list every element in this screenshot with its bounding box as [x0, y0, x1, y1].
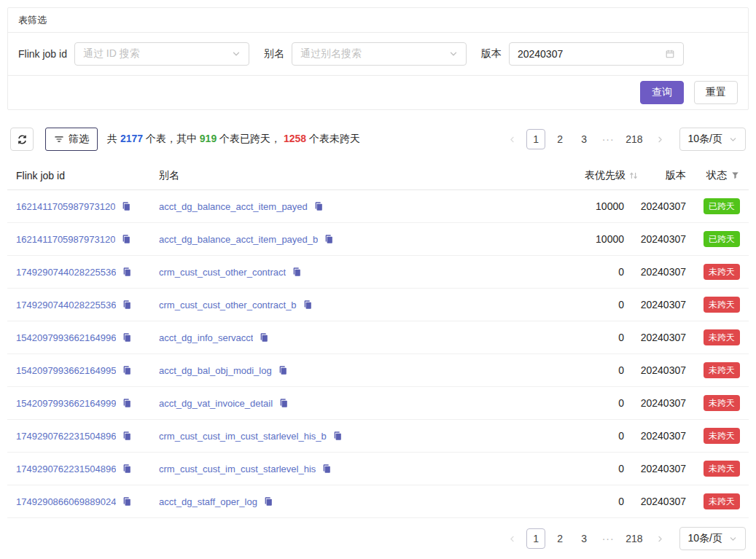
refresh-button[interactable]: [10, 128, 34, 151]
status-badge: 未跨天: [704, 493, 740, 509]
page-button-1[interactable]: 1: [526, 129, 545, 149]
flink-job-id-link[interactable]: 1542097993662164995: [16, 365, 116, 376]
alias-link[interactable]: crm_cust_cust_other_contract_b: [159, 300, 297, 310]
prev-page-button[interactable]: [502, 129, 521, 149]
pagination-ellipsis: ···: [599, 528, 617, 549]
version-label: 版本: [481, 47, 502, 60]
summary-total-count: 2177: [120, 133, 143, 144]
version-date-input[interactable]: 20240307: [509, 42, 684, 66]
header-alias: 别名: [159, 169, 504, 182]
alias-link[interactable]: crm_cust_cust_other_contract: [159, 267, 286, 278]
flink-job-id-link[interactable]: 1621411705987973120: [16, 201, 115, 212]
flink-job-id-link[interactable]: 1749290762231504896: [16, 431, 116, 442]
copy-icon[interactable]: [122, 332, 132, 343]
status-badge: 未跨天: [704, 428, 740, 444]
filter-panel: 表筛选 Flink job id 通过 ID 搜索 别名 通过别名搜索 版本: [7, 7, 749, 110]
prev-page-button[interactable]: [502, 528, 521, 549]
alias-placeholder: 通过别名搜索: [300, 47, 362, 60]
version-value: 20240307: [624, 397, 686, 409]
flink-job-id-placeholder: 通过 ID 搜索: [83, 47, 140, 60]
page-button-3[interactable]: 3: [574, 129, 593, 149]
filter-funnel-icon[interactable]: [730, 171, 740, 180]
copy-icon[interactable]: [303, 300, 313, 310]
chevron-down-icon: [232, 50, 241, 58]
header-priority[interactable]: 表优先级: [504, 169, 624, 182]
filter-panel-header: 表筛选: [8, 8, 748, 33]
priority-value: 10000: [504, 200, 624, 212]
table-row: 1749290744028225536 crm_cust_cust_other_…: [7, 289, 749, 321]
page-size-select[interactable]: 10条/页: [679, 128, 746, 151]
flink-job-id-link[interactable]: 1542097993662164999: [16, 398, 116, 409]
flink-job-id-link[interactable]: 1621411705987973120: [16, 234, 115, 245]
calendar-icon: [665, 49, 675, 59]
copy-icon[interactable]: [122, 365, 132, 375]
priority-value: 0: [504, 266, 624, 278]
table-row: 1749290762231504896 crm_cust_cust_im_cus…: [7, 420, 749, 453]
header-status-label: 状态: [706, 169, 727, 182]
copy-icon[interactable]: [324, 234, 334, 244]
alias-link[interactable]: crm_cust_cust_im_cust_starlevel_his: [159, 464, 316, 474]
page-button-218[interactable]: 218: [623, 129, 645, 149]
table-row: 1749290866069889024 acct_dg_staff_oper_l…: [7, 485, 749, 518]
copy-icon[interactable]: [263, 496, 273, 507]
page-button-2[interactable]: 2: [550, 129, 569, 149]
alias-link[interactable]: crm_cust_cust_im_cust_starlevel_his_b: [159, 431, 327, 442]
alias-select[interactable]: 通过别名搜索: [292, 42, 467, 66]
flink-job-id-select[interactable]: 通过 ID 搜索: [74, 42, 249, 66]
summary-part2: 个表，其中: [143, 133, 200, 144]
alias-link[interactable]: acct_dg_balance_acct_item_payed_b: [159, 234, 318, 245]
copy-icon[interactable]: [122, 464, 132, 474]
copy-icon[interactable]: [332, 431, 343, 441]
next-page-button[interactable]: [651, 528, 670, 549]
alias-link[interactable]: acct_dg_balance_acct_item_payed: [159, 201, 308, 212]
reset-button[interactable]: 重置: [694, 81, 738, 104]
flink-job-id-link[interactable]: 1749290762231504896: [16, 464, 116, 474]
priority-value: 0: [504, 364, 624, 376]
page-size-select[interactable]: 10条/页: [679, 527, 746, 550]
status-badge: 未跨天: [704, 461, 740, 477]
flink-job-id-link[interactable]: 1749290866069889024: [16, 496, 116, 507]
flink-job-id-link[interactable]: 1542097993662164996: [16, 332, 116, 343]
status-badge: 未跨天: [704, 297, 740, 313]
copy-icon[interactable]: [292, 267, 302, 277]
next-page-button[interactable]: [651, 129, 670, 149]
chevron-right-icon: [656, 535, 664, 543]
copy-icon[interactable]: [122, 431, 132, 441]
copy-icon[interactable]: [259, 332, 269, 343]
alias-label: 别名: [264, 47, 284, 60]
priority-value: 0: [504, 299, 624, 310]
copy-icon[interactable]: [122, 267, 132, 277]
page-button-2[interactable]: 2: [550, 528, 569, 549]
alias-link[interactable]: acct_dg_staff_oper_log: [159, 496, 257, 507]
filter-button[interactable]: 筛选: [45, 128, 98, 151]
filter-fields-row: Flink job id 通过 ID 搜索 别名 通过别名搜索 版本 20240…: [8, 33, 748, 76]
copy-icon[interactable]: [322, 464, 332, 474]
page-button-3[interactable]: 3: [574, 528, 593, 549]
copy-icon[interactable]: [122, 496, 132, 507]
copy-icon[interactable]: [313, 201, 324, 211]
version-value: 20240307: [624, 496, 686, 507]
header-priority-label: 表优先级: [585, 169, 626, 182]
status-badge: 未跨天: [704, 329, 740, 345]
alias-link[interactable]: acct_dg_info_servacct: [159, 332, 253, 343]
alias-link[interactable]: acct_dg_bal_obj_modi_log: [159, 365, 272, 376]
summary-text: 共 2177 个表，其中 919 个表已跨天， 1258 个表未跨天: [107, 133, 360, 146]
copy-icon[interactable]: [278, 398, 289, 408]
copy-icon[interactable]: [122, 398, 132, 408]
copy-icon[interactable]: [122, 300, 132, 310]
summary-part4: 个表未跨天: [306, 133, 360, 144]
flink-job-id-link[interactable]: 1749290744028225536: [16, 300, 116, 310]
page-button-218[interactable]: 218: [623, 528, 645, 549]
copy-icon[interactable]: [278, 365, 288, 375]
alias-link[interactable]: acct_dg_vat_invoice_detail: [159, 398, 273, 409]
query-button[interactable]: 查询: [640, 81, 684, 104]
flink-job-id-link[interactable]: 1749290744028225536: [16, 267, 116, 278]
table-row: 1542097993662164996 acct_dg_info_servacc…: [7, 321, 749, 354]
page-button-1[interactable]: 1: [526, 528, 545, 549]
version-value: 20240307: [624, 364, 686, 376]
table-row: 1542097993662164995 acct_dg_bal_obj_modi…: [7, 354, 749, 387]
copy-icon[interactable]: [121, 201, 131, 211]
status-badge: 已跨天: [704, 198, 740, 214]
copy-icon[interactable]: [121, 234, 131, 244]
status-badge: 未跨天: [704, 362, 740, 378]
